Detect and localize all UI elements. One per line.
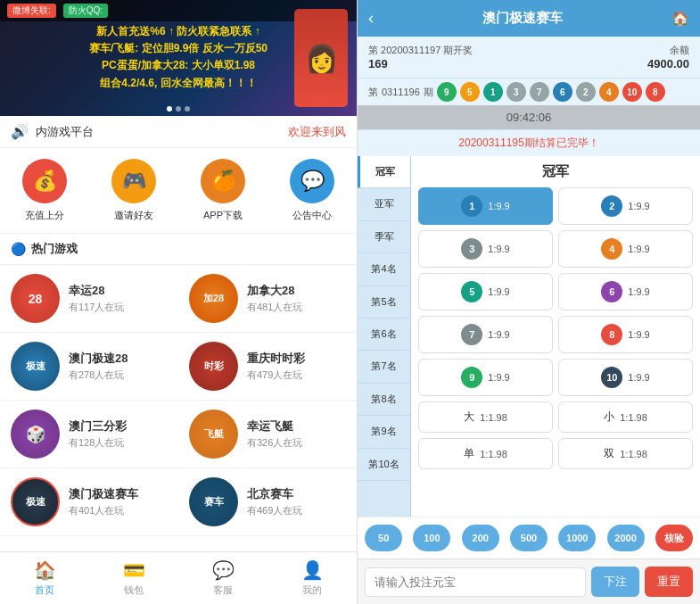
submit-button[interactable]: 下注 bbox=[591, 567, 639, 597]
prev-period-label: 第 bbox=[368, 86, 378, 99]
nav-profile[interactable]: 👤 我的 bbox=[301, 559, 324, 597]
bet-ball-6: 6 bbox=[601, 281, 622, 302]
chip-1000[interactable]: 1000 bbox=[558, 525, 596, 551]
sidebar-3rd[interactable]: 季军 bbox=[358, 221, 410, 253]
action-recharge[interactable]: 💰 充值上分 bbox=[22, 159, 67, 222]
game-thumb-feiiting: 飞艇 bbox=[189, 410, 238, 459]
input-row: 下注 重置 bbox=[358, 558, 700, 604]
result-ball-10: 8 bbox=[646, 82, 665, 102]
bet-ball-9: 9 bbox=[461, 367, 482, 388]
bet-odds-3: 1:9.9 bbox=[488, 244, 509, 254]
sidebar-6th[interactable]: 第6名 bbox=[358, 319, 410, 351]
nav-home-label: 首页 bbox=[35, 583, 54, 597]
nav-home[interactable]: 🏠 首页 bbox=[34, 559, 56, 597]
bet-amount-input[interactable] bbox=[365, 567, 586, 597]
sidebar-10th[interactable]: 第10名 bbox=[358, 449, 410, 481]
back-button[interactable]: ‹ bbox=[368, 9, 374, 28]
bet-btn-9[interactable]: 9 1:9.9 bbox=[418, 359, 553, 396]
chip-confirm[interactable]: 核验 bbox=[655, 525, 693, 551]
home-icon: 🏠 bbox=[34, 559, 56, 581]
sidebar-4th[interactable]: 第4名 bbox=[358, 253, 410, 285]
game-info-macau28: 澳门极速28 有278人在玩 bbox=[69, 351, 168, 382]
game-item-beijing[interactable]: 赛车 北京赛车 有469人在玩 bbox=[178, 468, 357, 535]
bet-odds-1: 1:9.9 bbox=[488, 201, 509, 211]
game-info-beijing: 北京赛车 有469人在玩 bbox=[247, 486, 346, 517]
result-ball-5: 7 bbox=[530, 82, 549, 102]
welcome-right: 欢迎来到风 bbox=[288, 124, 346, 140]
nav-wallet[interactable]: 💳 钱包 bbox=[123, 559, 145, 597]
bet-btn-5[interactable]: 5 1:9.9 bbox=[418, 273, 553, 310]
sidebar-8th[interactable]: 第8名 bbox=[358, 384, 410, 416]
bet-btn-1[interactable]: 1 1:9.9 bbox=[418, 187, 553, 225]
bet-ball-10: 10 bbox=[601, 367, 622, 388]
action-invite[interactable]: 🎮 邀请好友 bbox=[111, 159, 156, 222]
bet-btn-3[interactable]: 3 1:9.9 bbox=[418, 230, 553, 268]
sidebar-7th[interactable]: 第7名 bbox=[358, 351, 410, 383]
banner-tag2: 防火QQ: bbox=[63, 4, 108, 18]
bet-ball-2: 2 bbox=[601, 195, 622, 217]
period-info: 第 20200311197 期开奖 169 bbox=[368, 44, 473, 70]
game-info-lucky28: 幸运28 有117人在玩 bbox=[69, 283, 168, 314]
result-ball-8: 4 bbox=[599, 82, 619, 102]
game-name-canada28: 加拿大28 bbox=[247, 283, 346, 299]
home-nav-icon[interactable]: 🏠 bbox=[671, 10, 689, 27]
bet-btn-big[interactable]: 大 1:1.98 bbox=[418, 401, 553, 433]
result-row: 第 0311196 期 9 5 1 3 7 6 2 4 10 8 bbox=[358, 78, 700, 105]
wallet-icon: 💳 bbox=[123, 559, 145, 581]
hot-games-title: 热门游戏 bbox=[31, 241, 78, 257]
action-download[interactable]: 🍊 APP下载 bbox=[201, 159, 245, 222]
game-item-lucky28[interactable]: 28 幸运28 有117人在玩 bbox=[0, 265, 178, 332]
game-item-macaucar[interactable]: 极速 澳门极速赛车 有401人在玩 bbox=[0, 468, 178, 535]
countdown-timer: 09:42:06 bbox=[358, 105, 700, 129]
result-ball-9: 10 bbox=[622, 82, 642, 102]
reset-button[interactable]: 重置 bbox=[645, 567, 693, 597]
sidebar-runner-up[interactable]: 亚军 bbox=[358, 188, 410, 220]
game-players-feiiting: 有326人在玩 bbox=[247, 436, 346, 450]
right-panel: ‹ 澳门极速赛车 🏠 第 20200311197 期开奖 169 余额 4900… bbox=[357, 0, 700, 604]
bet-btn-6[interactable]: 6 1:9.9 bbox=[558, 273, 693, 310]
sidebar-5th[interactable]: 第5名 bbox=[358, 286, 410, 319]
game-players-canada28: 有481人在玩 bbox=[247, 301, 346, 314]
game-thumb-canada28: 加28 bbox=[189, 274, 238, 323]
bet-btn-odd[interactable]: 单 1:1.98 bbox=[418, 438, 553, 469]
game-name-feiiting: 幸运飞艇 bbox=[247, 418, 346, 434]
speaker-icon: 🔊 bbox=[11, 123, 29, 140]
bet-odds-8: 1:9.9 bbox=[628, 329, 649, 340]
game-item-feiiting[interactable]: 飞艇 幸运飞艇 有326人在玩 bbox=[178, 401, 357, 467]
game-thumb-beijing: 赛车 bbox=[189, 477, 238, 526]
chip-2000[interactable]: 2000 bbox=[607, 525, 645, 551]
chip-200[interactable]: 200 bbox=[462, 525, 499, 551]
bet-btn-8[interactable]: 8 1:9.9 bbox=[558, 316, 693, 353]
chip-50[interactable]: 50 bbox=[365, 525, 402, 551]
bet-btn-10[interactable]: 10 1:9.9 bbox=[558, 359, 693, 396]
action-notice[interactable]: 💬 公告中心 bbox=[290, 159, 334, 222]
balance-value: 4900.00 bbox=[647, 57, 689, 70]
chip-500[interactable]: 500 bbox=[510, 525, 548, 551]
bet-odds-4: 1:9.9 bbox=[628, 244, 649, 254]
notice-icon: 💬 bbox=[290, 159, 334, 203]
bet-btn-7[interactable]: 7 1:9.9 bbox=[418, 316, 553, 353]
game-item-chongqing[interactable]: 时彩 重庆时时彩 有479人在玩 bbox=[178, 333, 357, 400]
game-item-macau28[interactable]: 极速 澳门极速28 有278人在玩 bbox=[0, 333, 178, 400]
chip-100[interactable]: 100 bbox=[413, 525, 450, 551]
bet-label-odd: 单 bbox=[464, 446, 474, 461]
betting-section-title: 冠军 bbox=[418, 163, 693, 180]
games-list: 28 幸运28 有117人在玩 加28 加拿大28 有481人在玩 bbox=[0, 265, 357, 551]
action-recharge-label: 充值上分 bbox=[25, 209, 64, 222]
game-thumb-sanfencai: 🎲 bbox=[11, 410, 60, 459]
bet-btn-4[interactable]: 4 1:9.9 bbox=[558, 230, 693, 268]
sidebar-9th[interactable]: 第9名 bbox=[358, 416, 410, 448]
game-item-sanfencai[interactable]: 🎲 澳门三分彩 有128人在玩 bbox=[0, 401, 178, 467]
bet-btn-2[interactable]: 2 1:9.9 bbox=[558, 187, 693, 225]
bet-ball-3: 3 bbox=[461, 238, 482, 260]
prev-period-suffix: 期 bbox=[424, 86, 433, 99]
game-thumb-lucky28: 28 bbox=[11, 274, 60, 323]
bet-btn-even[interactable]: 双 1:1.98 bbox=[558, 438, 693, 469]
sidebar-champion[interactable]: 冠军 bbox=[358, 156, 410, 188]
nav-service[interactable]: 💬 客服 bbox=[212, 559, 235, 597]
rp-info: 第 20200311197 期开奖 169 余额 4900.00 bbox=[358, 37, 700, 78]
game-item-canada28[interactable]: 加28 加拿大28 有481人在玩 bbox=[178, 265, 357, 332]
rp-sidebar: 冠军 亚军 季军 第4名 第5名 第6名 第7名 第8名 第9名 第10名 bbox=[358, 156, 411, 517]
bet-odds-9: 1:9.9 bbox=[488, 372, 509, 383]
bet-btn-small[interactable]: 小 1:1.98 bbox=[558, 401, 693, 433]
